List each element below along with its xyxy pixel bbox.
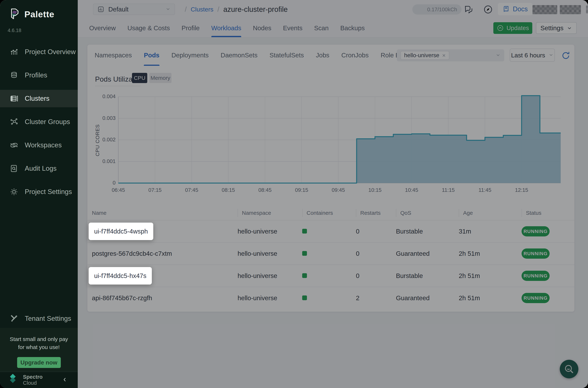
subtab-jobs[interactable]: Jobs: [316, 45, 329, 66]
status-badge: RUNNING: [521, 271, 550, 281]
pod-restarts: 0: [356, 228, 396, 235]
namespace-filter-value: hello-universe: [404, 52, 439, 59]
sidebar: Palette 4.6.18 Project Overview: [0, 0, 78, 388]
tab-profile[interactable]: Profile: [181, 19, 200, 37]
sidebar-item-audit-logs[interactable]: Audit Logs: [0, 160, 78, 177]
pod-name[interactable]: postgres-567dc9cb4c-c7xtm: [92, 250, 238, 257]
column-header-name: Name: [92, 209, 238, 217]
container-status-square: [302, 251, 307, 256]
chart-plot-area: 06:4507:1507:4508:1508:4509:1509:4510:15…: [107, 92, 572, 196]
project-selector[interactable]: Default: [93, 4, 175, 15]
settings-button[interactable]: Settings: [536, 22, 577, 34]
chevron-down-icon: [165, 6, 171, 12]
pod-name-highlighted[interactable]: ui-f7ff4ddc5-4wsph: [89, 223, 153, 240]
pod-restarts: 0: [356, 272, 396, 279]
container-status-square: [302, 229, 307, 234]
breadcrumb-clusters-link[interactable]: Clusters: [191, 6, 214, 13]
feedback-button[interactable]: [464, 4, 474, 15]
chat-icon: [464, 4, 474, 15]
tab-nodes[interactable]: Nodes: [253, 19, 271, 37]
container-status-square: [302, 295, 307, 300]
sidebar-item-project-settings[interactable]: Project Settings: [0, 183, 78, 201]
sidebar-item-workspaces[interactable]: Workspaces: [0, 136, 78, 154]
sidebar-item-label: Workspaces: [25, 141, 62, 149]
sidebar-item-label: Profiles: [25, 72, 47, 79]
breadcrumb-separator: /: [185, 5, 187, 13]
table-row[interactable]: postgres-567dc9cb4c-c7xtm hello-universe…: [87, 242, 574, 265]
tab-workloads[interactable]: Workloads: [211, 19, 241, 37]
subtab-deployments[interactable]: Deployments: [172, 45, 209, 66]
svg-text:09:15: 09:15: [295, 187, 308, 193]
redacted-avatar: [586, 5, 588, 13]
container-status-square: [302, 273, 307, 278]
tab-overview[interactable]: Overview: [89, 19, 116, 37]
subtab-namespaces[interactable]: Namespaces: [95, 45, 132, 66]
memory-toggle-button[interactable]: Memory: [149, 73, 172, 83]
sidebar-item-label: Audit Logs: [25, 165, 57, 172]
explore-button[interactable]: [483, 4, 493, 15]
chart-icon: [10, 48, 18, 56]
breadcrumb: / Clusters / azure-cluster-profile: [185, 0, 288, 19]
sidebar-item-profiles[interactable]: Profiles: [0, 67, 78, 84]
tab-backups[interactable]: Backups: [340, 19, 365, 37]
breadcrumb-separator: /: [217, 5, 219, 13]
tab-scan[interactable]: Scan: [314, 19, 329, 37]
sidebar-menu: Project Overview Profiles: [0, 43, 78, 206]
column-header-namespace: Namespace: [238, 209, 302, 217]
search-help-fab[interactable]: [560, 360, 578, 378]
subtab-statefulsets[interactable]: StatefulSets: [270, 45, 304, 66]
app-root: Palette 4.6.18 Project Overview: [0, 0, 588, 388]
audit-icon: [10, 164, 18, 173]
updates-button[interactable]: Updates: [493, 22, 532, 34]
sidebar-collapse-button[interactable]: [62, 377, 68, 383]
pod-name-highlighted[interactable]: ui-f7ff4ddc5-hx47s: [89, 267, 152, 285]
sidebar-item-project-overview[interactable]: Project Overview: [0, 43, 78, 61]
pod-restarts: 2: [356, 294, 396, 302]
table-row[interactable]: ui-f7ff4ddc5-hx47s hello-universe 0 Burs…: [87, 265, 574, 287]
column-header-qos: QoS: [396, 209, 459, 217]
sidebar-item-tenant-settings[interactable]: Tenant Settings: [0, 310, 78, 327]
sidebar-item-label: Clusters: [25, 95, 49, 102]
refresh-icon: [561, 51, 570, 60]
project-selector-value: Default: [108, 6, 129, 13]
subtab-cronjobs[interactable]: CronJobs: [341, 45, 369, 66]
table-header-row: Name Namespace Containers Restarts QoS A…: [87, 206, 574, 220]
column-header-status: Status: [521, 209, 574, 217]
remove-filter-icon[interactable]: ×: [442, 52, 446, 59]
table-row[interactable]: ui-f7ff4ddc5-4wsph hello-universe 0 Burs…: [87, 220, 574, 242]
pod-age: 2h 51m: [459, 272, 521, 279]
tools-icon: [10, 315, 18, 323]
time-range-select[interactable]: Last 6 hours: [510, 49, 555, 62]
column-header-containers: Containers: [302, 209, 356, 217]
promo-text-line2: for what you use!: [18, 343, 60, 351]
svg-text:06:45: 06:45: [112, 187, 125, 193]
subtab-pods[interactable]: Pods: [144, 45, 159, 66]
tab-events[interactable]: Events: [283, 19, 302, 37]
docs-button[interactable]: Docs: [498, 3, 532, 15]
column-header-age: Age: [459, 209, 521, 217]
book-icon: [503, 6, 510, 13]
svg-text:12:15: 12:15: [515, 187, 528, 193]
subtab-daemonsets[interactable]: DaemonSets: [221, 45, 257, 66]
sidebar-item-label: Cluster Groups: [25, 118, 70, 126]
pod-namespace: hello-universe: [238, 250, 302, 257]
docs-button-label: Docs: [513, 5, 528, 13]
table-row[interactable]: api-86f745b67c-rzgfh hello-universe 2 Gu…: [87, 287, 574, 309]
y-tick-label: 0.003: [92, 115, 116, 121]
pod-name[interactable]: api-86f745b67c-rzgfh: [92, 294, 238, 302]
status-badge: RUNNING: [521, 226, 550, 237]
refresh-button[interactable]: [561, 51, 570, 60]
cpu-toggle-button[interactable]: CPU: [132, 73, 147, 83]
pod-qos: Burstable: [396, 272, 459, 279]
status-badge: RUNNING: [521, 248, 550, 259]
content-area: Namespaces Pods Deployments DaemonSets S…: [78, 38, 588, 388]
workloads-subtabs: Namespaces Pods Deployments DaemonSets S…: [95, 45, 427, 66]
tab-usage-costs[interactable]: Usage & Costs: [127, 19, 170, 37]
upgrade-now-button[interactable]: Upgrade now: [17, 357, 61, 368]
svg-text:11:15: 11:15: [442, 187, 454, 193]
svg-text:11:45: 11:45: [479, 187, 491, 193]
namespace-filter-select[interactable]: hello-universe ×: [397, 49, 504, 61]
sidebar-item-cluster-groups[interactable]: Cluster Groups: [0, 113, 78, 131]
pod-age: 2h 51m: [459, 294, 521, 302]
sidebar-item-clusters[interactable]: Clusters: [0, 90, 78, 107]
